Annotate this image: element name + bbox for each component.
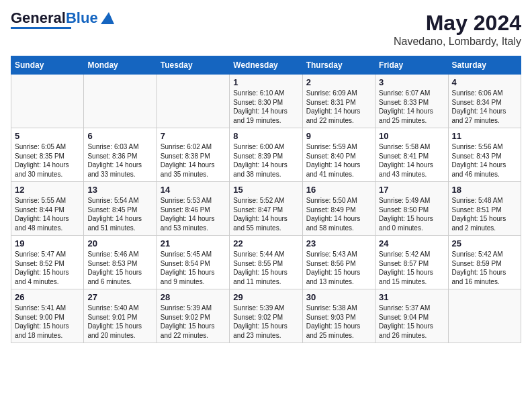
page-header: GeneralBlue May 2024 Navedano, Lombardy,… xyxy=(11,11,521,48)
day-content: Sunrise: 5:55 AM Sunset: 8:44 PM Dayligh… xyxy=(15,196,80,232)
calendar-cell: 31Sunrise: 5:37 AM Sunset: 9:04 PM Dayli… xyxy=(375,289,448,343)
day-number: 22 xyxy=(233,238,298,248)
calendar-week-2: 5Sunrise: 6:05 AM Sunset: 8:35 PM Daylig… xyxy=(11,128,521,182)
calendar-cell: 20Sunrise: 5:46 AM Sunset: 8:53 PM Dayli… xyxy=(84,236,157,289)
header-tuesday: Tuesday xyxy=(157,56,229,75)
day-content: Sunrise: 5:46 AM Sunset: 8:53 PM Dayligh… xyxy=(87,250,152,286)
day-number: 24 xyxy=(379,238,444,248)
header-friday: Friday xyxy=(375,56,448,75)
calendar-cell: 27Sunrise: 5:40 AM Sunset: 9:01 PM Dayli… xyxy=(84,289,157,343)
day-number: 16 xyxy=(306,185,371,195)
day-number: 17 xyxy=(379,185,444,195)
day-content: Sunrise: 5:48 AM Sunset: 8:51 PM Dayligh… xyxy=(452,196,517,232)
header-wednesday: Wednesday xyxy=(230,56,302,75)
day-number: 31 xyxy=(379,292,444,302)
calendar-cell: 13Sunrise: 5:54 AM Sunset: 8:45 PM Dayli… xyxy=(84,182,157,236)
day-content: Sunrise: 5:49 AM Sunset: 8:50 PM Dayligh… xyxy=(379,196,444,232)
svg-marker-0 xyxy=(101,12,114,24)
calendar-cell: 1Sunrise: 6:10 AM Sunset: 8:30 PM Daylig… xyxy=(230,75,302,128)
calendar-cell xyxy=(11,75,84,128)
day-number: 25 xyxy=(452,238,517,248)
day-number: 29 xyxy=(233,292,298,302)
day-number: 30 xyxy=(306,292,371,302)
calendar-cell: 26Sunrise: 5:41 AM Sunset: 9:00 PM Dayli… xyxy=(11,289,84,343)
page-title: May 2024 xyxy=(394,11,521,36)
logo-general: GeneralBlue xyxy=(11,11,98,26)
calendar-cell: 12Sunrise: 5:55 AM Sunset: 8:44 PM Dayli… xyxy=(11,182,84,236)
day-content: Sunrise: 5:50 AM Sunset: 8:49 PM Dayligh… xyxy=(306,196,371,232)
title-block: May 2024 Navedano, Lombardy, Italy xyxy=(394,11,521,48)
day-content: Sunrise: 5:39 AM Sunset: 9:02 PM Dayligh… xyxy=(233,304,298,340)
header-thursday: Thursday xyxy=(302,56,375,75)
day-number: 9 xyxy=(306,131,371,141)
logo-underline xyxy=(11,27,71,29)
day-number: 1 xyxy=(233,77,298,87)
calendar-table: Sunday Monday Tuesday Wednesday Thursday… xyxy=(11,56,521,343)
calendar-cell: 22Sunrise: 5:44 AM Sunset: 8:55 PM Dayli… xyxy=(230,236,302,289)
calendar-cell: 19Sunrise: 5:47 AM Sunset: 8:52 PM Dayli… xyxy=(11,236,84,289)
day-number: 20 xyxy=(87,238,152,248)
day-number: 3 xyxy=(379,77,444,87)
day-content: Sunrise: 6:06 AM Sunset: 8:34 PM Dayligh… xyxy=(452,89,517,125)
day-number: 11 xyxy=(452,131,517,141)
calendar-header: Sunday Monday Tuesday Wednesday Thursday… xyxy=(11,56,521,75)
day-content: Sunrise: 6:02 AM Sunset: 8:38 PM Dayligh… xyxy=(161,142,226,179)
header-saturday: Saturday xyxy=(448,56,521,75)
day-number: 26 xyxy=(15,292,80,302)
day-content: Sunrise: 5:53 AM Sunset: 8:46 PM Dayligh… xyxy=(161,196,226,232)
calendar-cell: 23Sunrise: 5:43 AM Sunset: 8:56 PM Dayli… xyxy=(302,236,375,289)
day-content: Sunrise: 5:47 AM Sunset: 8:52 PM Dayligh… xyxy=(15,250,80,286)
calendar-week-4: 19Sunrise: 5:47 AM Sunset: 8:52 PM Dayli… xyxy=(11,236,521,289)
header-monday: Monday xyxy=(84,56,157,75)
day-content: Sunrise: 5:42 AM Sunset: 8:57 PM Dayligh… xyxy=(379,250,444,286)
day-content: Sunrise: 5:54 AM Sunset: 8:45 PM Dayligh… xyxy=(87,196,152,232)
day-number: 4 xyxy=(452,77,517,87)
day-content: Sunrise: 5:44 AM Sunset: 8:55 PM Dayligh… xyxy=(233,250,298,286)
calendar-cell: 2Sunrise: 6:09 AM Sunset: 8:31 PM Daylig… xyxy=(302,75,375,128)
calendar-cell: 15Sunrise: 5:52 AM Sunset: 8:47 PM Dayli… xyxy=(230,182,302,236)
calendar-cell xyxy=(84,75,157,128)
calendar-cell xyxy=(448,289,521,343)
calendar-cell: 7Sunrise: 6:02 AM Sunset: 8:38 PM Daylig… xyxy=(157,128,229,182)
day-number: 27 xyxy=(87,292,152,302)
calendar-cell: 28Sunrise: 5:39 AM Sunset: 9:02 PM Dayli… xyxy=(157,289,229,343)
calendar-cell: 16Sunrise: 5:50 AM Sunset: 8:49 PM Dayli… xyxy=(302,182,375,236)
day-content: Sunrise: 6:03 AM Sunset: 8:36 PM Dayligh… xyxy=(87,142,152,179)
calendar-week-3: 12Sunrise: 5:55 AM Sunset: 8:44 PM Dayli… xyxy=(11,182,521,236)
calendar-cell: 8Sunrise: 6:00 AM Sunset: 8:39 PM Daylig… xyxy=(230,128,302,182)
day-content: Sunrise: 5:56 AM Sunset: 8:43 PM Dayligh… xyxy=(452,142,517,179)
day-content: Sunrise: 5:58 AM Sunset: 8:41 PM Dayligh… xyxy=(379,142,444,179)
day-content: Sunrise: 6:07 AM Sunset: 8:33 PM Dayligh… xyxy=(379,89,444,125)
calendar-cell: 5Sunrise: 6:05 AM Sunset: 8:35 PM Daylig… xyxy=(11,128,84,182)
day-number: 15 xyxy=(233,185,298,195)
calendar-cell: 25Sunrise: 5:42 AM Sunset: 8:59 PM Dayli… xyxy=(448,236,521,289)
calendar-cell: 30Sunrise: 5:38 AM Sunset: 9:03 PM Dayli… xyxy=(302,289,375,343)
calendar-cell: 24Sunrise: 5:42 AM Sunset: 8:57 PM Dayli… xyxy=(375,236,448,289)
day-content: Sunrise: 6:09 AM Sunset: 8:31 PM Dayligh… xyxy=(306,89,371,125)
day-number: 14 xyxy=(161,185,226,195)
calendar-cell: 11Sunrise: 5:56 AM Sunset: 8:43 PM Dayli… xyxy=(448,128,521,182)
header-sunday: Sunday xyxy=(11,56,84,75)
day-content: Sunrise: 6:00 AM Sunset: 8:39 PM Dayligh… xyxy=(233,142,298,179)
day-number: 10 xyxy=(379,131,444,141)
day-content: Sunrise: 5:39 AM Sunset: 9:02 PM Dayligh… xyxy=(161,304,226,340)
day-content: Sunrise: 5:59 AM Sunset: 8:40 PM Dayligh… xyxy=(306,142,371,179)
calendar-cell: 17Sunrise: 5:49 AM Sunset: 8:50 PM Dayli… xyxy=(375,182,448,236)
calendar-cell: 29Sunrise: 5:39 AM Sunset: 9:02 PM Dayli… xyxy=(230,289,302,343)
calendar-body: 1Sunrise: 6:10 AM Sunset: 8:30 PM Daylig… xyxy=(11,75,521,343)
day-content: Sunrise: 6:10 AM Sunset: 8:30 PM Dayligh… xyxy=(233,89,298,125)
day-content: Sunrise: 6:05 AM Sunset: 8:35 PM Dayligh… xyxy=(15,142,80,179)
day-content: Sunrise: 5:40 AM Sunset: 9:01 PM Dayligh… xyxy=(87,304,152,340)
day-number: 28 xyxy=(161,292,226,302)
logo: GeneralBlue xyxy=(11,11,114,29)
day-content: Sunrise: 5:45 AM Sunset: 8:54 PM Dayligh… xyxy=(161,250,226,286)
day-content: Sunrise: 5:42 AM Sunset: 8:59 PM Dayligh… xyxy=(452,250,517,286)
day-number: 13 xyxy=(87,185,152,195)
day-content: Sunrise: 5:52 AM Sunset: 8:47 PM Dayligh… xyxy=(233,196,298,232)
day-number: 23 xyxy=(306,238,371,248)
day-content: Sunrise: 5:41 AM Sunset: 9:00 PM Dayligh… xyxy=(15,304,80,340)
calendar-week-5: 26Sunrise: 5:41 AM Sunset: 9:00 PM Dayli… xyxy=(11,289,521,343)
calendar-week-1: 1Sunrise: 6:10 AM Sunset: 8:30 PM Daylig… xyxy=(11,75,521,128)
day-number: 6 xyxy=(87,131,152,141)
calendar-cell: 9Sunrise: 5:59 AM Sunset: 8:40 PM Daylig… xyxy=(302,128,375,182)
